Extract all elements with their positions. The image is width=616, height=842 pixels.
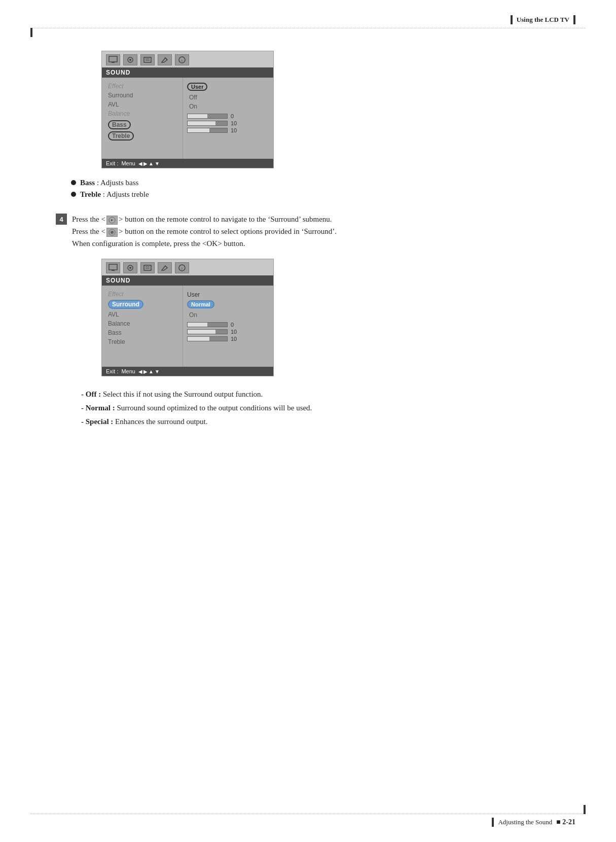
tv-screenshot-2: i SOUND Effect Surround AVL Balance Bass…	[101, 259, 274, 376]
header-bar-left	[511, 15, 513, 24]
option-list: - Off : Select this if not using the Sur…	[71, 388, 575, 429]
nav-arrows-2: ◀ ▶ ▲ ▼	[138, 369, 160, 374]
tv-icon-pen	[158, 54, 172, 65]
option-off: - Off : Select this if not using the Sur…	[76, 388, 575, 401]
tv-left-panel-2: Effect Surround AVL Balance Bass Treble	[102, 286, 183, 367]
normal-highlight: Normal	[187, 300, 214, 308]
tv-icon-settings	[140, 54, 155, 65]
select-icon	[106, 228, 118, 237]
tv-menu-surround-2: Surround	[106, 299, 178, 310]
tv-menu-balance-1: Balance	[106, 109, 178, 118]
bullet-section: Bass : Adjusts bass Treble : Adjusts tre…	[71, 179, 575, 199]
tv-menu-balance-2: Balance	[106, 319, 178, 328]
tv-screenshot-1: i SOUND Effect Surround AVL Balance Bass…	[101, 51, 274, 168]
tv-icon-pen-2	[158, 262, 172, 273]
tv-slider-row-1c: 10	[187, 127, 269, 133]
svg-rect-13	[109, 264, 117, 270]
step-4-line2: Press the <> button on the remote contro…	[72, 225, 575, 237]
header-bar-right	[573, 15, 575, 24]
nav-arrows-1: ◀ ▶ ▲ ▼	[138, 161, 160, 166]
tv-slider-row-1a: 0	[187, 113, 269, 119]
tv-icon-monitor-2	[106, 262, 120, 273]
svg-rect-4	[144, 57, 151, 62]
option-normal: - Normal : Surround sound optimized to t…	[76, 401, 575, 415]
svg-text:i: i	[182, 58, 183, 63]
page-left-accent	[30, 28, 32, 37]
step-4-line1: Press the <> button on the remote contro…	[72, 213, 575, 225]
bullet-treble: Treble : Adjusts treble	[71, 190, 575, 199]
bullet-text-treble: Treble : Adjusts treble	[80, 190, 149, 199]
tv-icon-info-2: i	[175, 262, 189, 273]
tv-slider-row-1b: 10	[187, 120, 269, 126]
page-content: i SOUND Effect Surround AVL Balance Bass…	[41, 41, 575, 801]
svg-point-12	[111, 231, 114, 234]
tv-menu-avl-1: AVL	[106, 100, 178, 109]
tv-right-panel-2: User Normal On 0 10 10	[183, 286, 273, 367]
tv-menu-bar-1: SOUND	[102, 67, 273, 78]
page-bottom-accent	[584, 805, 586, 814]
svg-point-16	[129, 267, 131, 269]
step-4-line3: When configuration is complete, press th…	[72, 237, 575, 250]
tv-menu-effect-1: Effect	[106, 82, 178, 91]
svg-rect-14	[112, 270, 115, 271]
tv-slider-row-2c: 10	[187, 336, 269, 342]
user-highlight-1: User	[187, 83, 207, 91]
tv-menu-treble-2: Treble	[106, 337, 178, 346]
tv-menu-treble-1: Treble	[106, 130, 178, 142]
page-border-top	[30, 28, 586, 28]
tv-footer-bar-2: Exit : Menu ◀ ▶ ▲ ▼	[102, 367, 273, 376]
tv-menu-bar-2: SOUND	[102, 275, 273, 286]
page-footer: Adjusting the Sound ■ 2-21	[492, 818, 575, 827]
tv-slider-row-2b: 10	[187, 329, 269, 335]
step-number-4: 4	[56, 214, 67, 225]
tv-right-on-1: On	[187, 102, 269, 111]
tv-icon-sound	[123, 54, 137, 65]
tv-top-icons-1: i	[102, 51, 273, 67]
page-border-bottom	[30, 814, 586, 814]
svg-rect-17	[144, 265, 151, 270]
svg-line-7	[165, 58, 167, 60]
user-label-2: User	[187, 291, 200, 298]
tv-icon-sound-2	[123, 262, 137, 273]
tv-top-icons-2: i	[102, 259, 273, 275]
tv-left-panel-1: Effect Surround AVL Balance Bass Treble	[102, 78, 183, 159]
bullet-text-bass: Bass : Adjusts bass	[80, 179, 138, 187]
tv-menu-surround-1: Surround	[106, 91, 178, 100]
tv-slider-row-2a: 0	[187, 322, 269, 328]
tv-icon-monitor	[106, 54, 120, 65]
bullet-bass: Bass : Adjusts bass	[71, 179, 575, 187]
tv-body-2: Effect Surround AVL Balance Bass Treble …	[102, 286, 273, 367]
svg-rect-1	[112, 62, 115, 63]
footer-page: ■ 2-21	[556, 818, 575, 826]
tv-menu-avl-2: AVL	[106, 310, 178, 319]
header-title: Using the LCD TV	[517, 16, 569, 24]
tv-right-panel-1: User Off On 0 10 10	[183, 78, 273, 159]
option-special: - Special : Enhances the surround output…	[76, 415, 575, 429]
tv-menu-bass-2: Bass	[106, 328, 178, 337]
bass-highlight: Bass	[108, 120, 131, 129]
tv-menu-bass-1: Bass	[106, 119, 178, 130]
footer-label: Adjusting the Sound	[498, 818, 552, 826]
tv-icon-settings-2	[140, 262, 155, 273]
step-4-text: Press the <> button on the remote contro…	[72, 213, 575, 250]
tv-right-on-2: On	[187, 310, 269, 320]
step-4-header: 4 Press the <> button on the remote cont…	[56, 213, 575, 250]
page-header: Using the LCD TV	[511, 15, 575, 24]
svg-text:i: i	[182, 266, 183, 271]
tv-menu-effect-2: Effect	[106, 290, 178, 299]
treble-highlight: Treble	[108, 131, 134, 141]
surround-highlight: Surround	[108, 300, 143, 309]
footer-bar	[492, 818, 494, 827]
bullet-dot-treble	[71, 192, 76, 197]
bullet-dot-bass	[71, 180, 76, 185]
tv-icon-info: i	[175, 54, 189, 65]
step-4-section: 4 Press the <> button on the remote cont…	[56, 213, 575, 250]
tv-right-off-1: Off	[187, 93, 269, 102]
svg-rect-0	[109, 56, 117, 62]
navigate-icon	[106, 216, 118, 225]
tv-footer-bar-1: Exit : Menu ◀ ▶ ▲ ▼	[102, 159, 273, 168]
svg-point-3	[129, 59, 131, 61]
tv-body-1: Effect Surround AVL Balance Bass Treble …	[102, 78, 273, 159]
